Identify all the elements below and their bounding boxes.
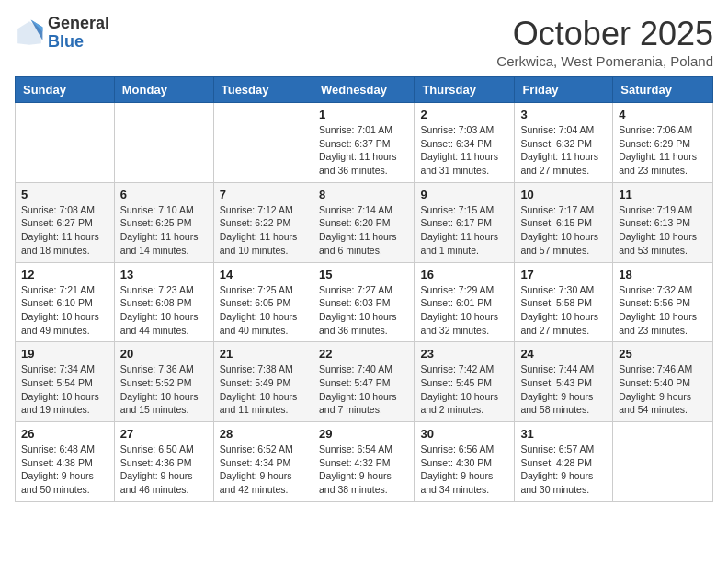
calendar-cell: 25Sunrise: 7:46 AM Sunset: 5:40 PM Dayli… (613, 342, 713, 422)
logo-blue-text: Blue (48, 33, 109, 52)
calendar-cell: 28Sunrise: 6:52 AM Sunset: 4:34 PM Dayli… (213, 422, 313, 502)
day-info: Sunrise: 7:03 AM Sunset: 6:34 PM Dayligh… (420, 123, 508, 178)
day-info: Sunrise: 6:48 AM Sunset: 4:38 PM Dayligh… (21, 442, 108, 497)
day-number: 5 (21, 188, 108, 201)
title-area: October 2025 Cerkwica, West Pomerania, P… (496, 15, 713, 69)
calendar-week-row: 1Sunrise: 7:01 AM Sunset: 6:37 PM Daylig… (16, 103, 713, 183)
logo-text: General Blue (48, 15, 109, 52)
day-info: Sunrise: 7:04 AM Sunset: 6:32 PM Dayligh… (520, 123, 607, 178)
calendar-cell: 22Sunrise: 7:40 AM Sunset: 5:47 PM Dayli… (313, 342, 414, 422)
day-of-week-header: Thursday (415, 77, 515, 103)
calendar-cell (613, 422, 713, 502)
day-info: Sunrise: 7:36 AM Sunset: 5:52 PM Dayligh… (120, 362, 208, 417)
location-subtitle: Cerkwica, West Pomerania, Poland (496, 53, 713, 69)
calendar-cell: 14Sunrise: 7:25 AM Sunset: 6:05 PM Dayli… (213, 262, 313, 342)
day-of-week-header: Tuesday (213, 77, 313, 103)
day-number: 7 (220, 188, 307, 201)
day-number: 17 (520, 268, 607, 282)
day-number: 12 (21, 268, 108, 282)
day-number: 29 (319, 427, 408, 441)
calendar-table: SundayMondayTuesdayWednesdayThursdayFrid… (15, 76, 713, 502)
calendar-cell: 31Sunrise: 6:57 AM Sunset: 4:28 PM Dayli… (515, 422, 613, 502)
calendar-cell: 8Sunrise: 7:14 AM Sunset: 6:20 PM Daylig… (313, 182, 414, 262)
page-header: General Blue October 2025 Cerkwica, West… (15, 15, 713, 69)
day-info: Sunrise: 7:15 AM Sunset: 6:17 PM Dayligh… (420, 203, 508, 258)
day-info: Sunrise: 7:30 AM Sunset: 5:58 PM Dayligh… (520, 283, 607, 338)
calendar-header-row: SundayMondayTuesdayWednesdayThursdayFrid… (16, 77, 713, 103)
calendar-cell: 19Sunrise: 7:34 AM Sunset: 5:54 PM Dayli… (16, 342, 115, 422)
calendar-cell: 27Sunrise: 6:50 AM Sunset: 4:36 PM Dayli… (114, 422, 213, 502)
calendar-cell: 1Sunrise: 7:01 AM Sunset: 6:37 PM Daylig… (313, 103, 414, 183)
day-info: Sunrise: 7:10 AM Sunset: 6:25 PM Dayligh… (120, 203, 208, 258)
day-number: 21 (220, 347, 307, 361)
calendar-cell (16, 103, 115, 183)
calendar-cell: 15Sunrise: 7:27 AM Sunset: 6:03 PM Dayli… (313, 262, 414, 342)
day-number: 26 (21, 427, 108, 441)
calendar-cell (114, 103, 213, 183)
day-info: Sunrise: 7:21 AM Sunset: 6:10 PM Dayligh… (21, 283, 108, 338)
day-info: Sunrise: 7:14 AM Sunset: 6:20 PM Dayligh… (319, 203, 408, 258)
day-number: 30 (420, 427, 508, 441)
logo-icon (15, 18, 44, 48)
day-info: Sunrise: 7:38 AM Sunset: 5:49 PM Dayligh… (220, 362, 307, 417)
calendar-cell: 12Sunrise: 7:21 AM Sunset: 6:10 PM Dayli… (16, 262, 115, 342)
day-number: 28 (220, 427, 307, 441)
day-number: 22 (319, 347, 408, 361)
day-info: Sunrise: 7:27 AM Sunset: 6:03 PM Dayligh… (319, 283, 408, 338)
calendar-cell: 18Sunrise: 7:32 AM Sunset: 5:56 PM Dayli… (613, 262, 713, 342)
day-number: 18 (619, 268, 707, 282)
day-number: 25 (619, 347, 707, 361)
calendar-cell: 3Sunrise: 7:04 AM Sunset: 6:32 PM Daylig… (515, 103, 613, 183)
calendar-cell: 17Sunrise: 7:30 AM Sunset: 5:58 PM Dayli… (515, 262, 613, 342)
day-info: Sunrise: 7:19 AM Sunset: 6:13 PM Dayligh… (619, 203, 707, 258)
calendar-cell: 7Sunrise: 7:12 AM Sunset: 6:22 PM Daylig… (213, 182, 313, 262)
day-number: 24 (520, 347, 607, 361)
logo-general-text: General (48, 15, 109, 33)
calendar-cell: 2Sunrise: 7:03 AM Sunset: 6:34 PM Daylig… (415, 103, 515, 183)
calendar-cell: 30Sunrise: 6:56 AM Sunset: 4:30 PM Dayli… (415, 422, 515, 502)
day-number: 9 (420, 188, 508, 201)
day-number: 31 (520, 427, 607, 441)
calendar-cell (213, 103, 313, 183)
day-number: 14 (220, 268, 307, 282)
day-info: Sunrise: 6:57 AM Sunset: 4:28 PM Dayligh… (520, 442, 607, 497)
calendar-cell: 4Sunrise: 7:06 AM Sunset: 6:29 PM Daylig… (613, 103, 713, 183)
month-title: October 2025 (496, 15, 713, 53)
day-info: Sunrise: 6:50 AM Sunset: 4:36 PM Dayligh… (120, 442, 208, 497)
day-info: Sunrise: 7:42 AM Sunset: 5:45 PM Dayligh… (420, 362, 508, 417)
calendar-cell: 13Sunrise: 7:23 AM Sunset: 6:08 PM Dayli… (114, 262, 213, 342)
day-info: Sunrise: 7:44 AM Sunset: 5:43 PM Dayligh… (520, 362, 607, 417)
day-number: 2 (420, 108, 508, 121)
day-number: 6 (120, 188, 208, 201)
calendar-cell: 16Sunrise: 7:29 AM Sunset: 6:01 PM Dayli… (415, 262, 515, 342)
calendar-cell: 29Sunrise: 6:54 AM Sunset: 4:32 PM Dayli… (313, 422, 414, 502)
day-of-week-header: Monday (114, 77, 213, 103)
day-number: 23 (420, 347, 508, 361)
calendar-cell: 6Sunrise: 7:10 AM Sunset: 6:25 PM Daylig… (114, 182, 213, 262)
day-number: 20 (120, 347, 208, 361)
day-of-week-header: Friday (515, 77, 613, 103)
calendar-cell: 9Sunrise: 7:15 AM Sunset: 6:17 PM Daylig… (415, 182, 515, 262)
day-info: Sunrise: 6:52 AM Sunset: 4:34 PM Dayligh… (220, 442, 307, 497)
day-info: Sunrise: 7:29 AM Sunset: 6:01 PM Dayligh… (420, 283, 508, 338)
day-number: 16 (420, 268, 508, 282)
calendar-cell: 26Sunrise: 6:48 AM Sunset: 4:38 PM Dayli… (16, 422, 115, 502)
calendar-week-row: 26Sunrise: 6:48 AM Sunset: 4:38 PM Dayli… (16, 422, 713, 502)
day-info: Sunrise: 7:32 AM Sunset: 5:56 PM Dayligh… (619, 283, 707, 338)
calendar-cell: 20Sunrise: 7:36 AM Sunset: 5:52 PM Dayli… (114, 342, 213, 422)
calendar-cell: 5Sunrise: 7:08 AM Sunset: 6:27 PM Daylig… (16, 182, 115, 262)
day-info: Sunrise: 7:25 AM Sunset: 6:05 PM Dayligh… (220, 283, 307, 338)
day-of-week-header: Wednesday (313, 77, 414, 103)
day-number: 19 (21, 347, 108, 361)
day-of-week-header: Sunday (16, 77, 115, 103)
day-info: Sunrise: 7:34 AM Sunset: 5:54 PM Dayligh… (21, 362, 108, 417)
calendar-week-row: 5Sunrise: 7:08 AM Sunset: 6:27 PM Daylig… (16, 182, 713, 262)
day-info: Sunrise: 6:56 AM Sunset: 4:30 PM Dayligh… (420, 442, 508, 497)
calendar-week-row: 12Sunrise: 7:21 AM Sunset: 6:10 PM Dayli… (16, 262, 713, 342)
calendar-cell: 21Sunrise: 7:38 AM Sunset: 5:49 PM Dayli… (213, 342, 313, 422)
day-number: 27 (120, 427, 208, 441)
day-number: 8 (319, 188, 408, 201)
day-info: Sunrise: 7:46 AM Sunset: 5:40 PM Dayligh… (619, 362, 707, 417)
day-info: Sunrise: 7:08 AM Sunset: 6:27 PM Dayligh… (21, 203, 108, 258)
day-info: Sunrise: 7:01 AM Sunset: 6:37 PM Dayligh… (319, 123, 408, 178)
